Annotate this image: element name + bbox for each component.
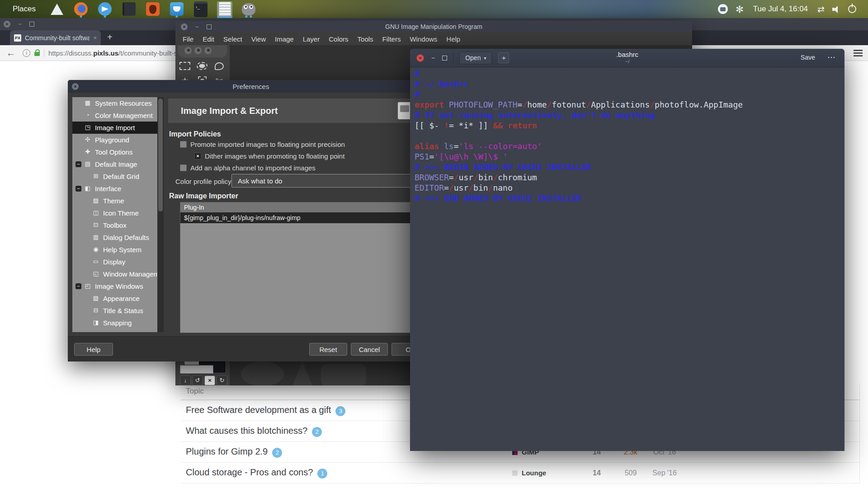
tab-close-icon[interactable]: × [93, 34, 97, 41]
gedit-restore-icon[interactable] [442, 56, 447, 61]
plugin-list-empty-area[interactable] [180, 223, 427, 333]
menu-tools[interactable]: Tools [353, 35, 378, 43]
text-editor-area[interactable]: ## ~/.bashrc#export PHOTOFLOW_PATH=/home… [410, 67, 844, 451]
browser-close-icon[interactable]: × [4, 21, 10, 28]
checkbox[interactable] [180, 164, 187, 171]
sidebar-item-color-management[interactable]: ◔Color Management [72, 109, 157, 122]
open-button[interactable]: Open ▾ [459, 52, 492, 64]
category-badge[interactable]: Lounge [512, 469, 546, 477]
sidebar-item-toolbox[interactable]: ⊡Toolbox [72, 219, 157, 231]
menu-filters[interactable]: Filters [378, 35, 406, 43]
launcher-arch[interactable] [49, 1, 65, 17]
delete-tool-preset-button[interactable]: × [204, 375, 215, 385]
browser-restore-icon[interactable] [29, 22, 34, 27]
topic-title-link[interactable]: Cloud storage - Pros and cons?1 [186, 467, 327, 479]
browser-minimize-icon[interactable]: − [18, 21, 22, 27]
scrollbar-thumb[interactable] [158, 99, 163, 211]
plugin-row-selected[interactable]: ${gimp_plug_in_dir}/plug-ins/nufraw-gimp [180, 212, 427, 223]
unread-badge[interactable]: 3 [335, 406, 345, 416]
launcher-notes[interactable] [121, 1, 137, 17]
topic-title-link[interactable]: Free Software development as a gift3 [186, 405, 345, 416]
menu-icon[interactable] [854, 50, 863, 56]
sidebar-item-default-image[interactable]: −▤Default Image [72, 158, 157, 170]
new-tab-button[interactable]: + [107, 32, 113, 42]
save-tool-preset-button[interactable]: ↓ [180, 375, 191, 385]
power-tray-icon[interactable] [848, 5, 856, 13]
menu-select[interactable]: Select [219, 35, 247, 43]
unread-badge[interactable]: 1 [317, 469, 327, 479]
sidebar-item-icon-theme[interactable]: ◫Icon Theme [72, 207, 157, 219]
tree-collapse-icon[interactable]: − [75, 161, 81, 167]
places-menu[interactable]: Places [13, 5, 36, 14]
browser-tab[interactable]: PX Community-built software × [10, 30, 101, 45]
sidebar-item-tool-options[interactable]: ✚Tool Options [72, 146, 157, 158]
tree-collapse-icon[interactable]: − [75, 283, 81, 289]
checkbox[interactable]: × [194, 153, 201, 160]
cancel-button[interactable]: Cancel [351, 343, 388, 356]
gedit-minimize-icon[interactable]: − [431, 55, 435, 61]
sidebar-item-theme[interactable]: ▨Theme [72, 195, 157, 207]
sidebar-item-image-import[interactable]: ◳Image Import [72, 122, 157, 134]
sidebar-item-title-status[interactable]: ⊟Title & Status [72, 305, 157, 317]
menu-edit[interactable]: Edit [198, 35, 219, 43]
sidebar-item-dialog-defaults[interactable]: ▥Dialog Defaults [72, 231, 157, 244]
sidebar-item-help-system[interactable]: ◉Help System [72, 244, 157, 256]
launcher-filemanager[interactable] [169, 1, 184, 17]
back-icon[interactable]: ← [6, 48, 15, 57]
plugin-column-header[interactable]: Plug-In [180, 202, 427, 212]
sidebar-item-image-windows[interactable]: −◰Image Windows [72, 280, 157, 292]
launcher-firefox[interactable] [73, 1, 89, 17]
restore-tool-preset-button[interactable]: ↺ [192, 375, 203, 385]
menu-file[interactable]: File [178, 35, 198, 43]
menu-help[interactable]: Help [442, 35, 465, 43]
launcher-texteditor[interactable] [217, 1, 232, 17]
sidebar-item-snapping[interactable]: ◨Snapping [72, 317, 157, 329]
tree-collapse-icon[interactable]: − [75, 186, 81, 192]
preferences-sidebar: ▦System Resources◔Color Management◳Image… [72, 97, 157, 332]
sidebar-item-interface[interactable]: −◧Interface [72, 183, 157, 195]
replies-count[interactable]: 14 [585, 469, 608, 477]
last-activity[interactable]: Sep '16 [651, 469, 678, 477]
sidebar-item-appearance[interactable]: ▧Appearance [72, 292, 157, 305]
launcher-terminal[interactable] [193, 1, 208, 17]
title-status-icon: ⊟ [92, 307, 99, 314]
network-tray-icon[interactable]: ⇄ [817, 4, 825, 14]
settings-tray-icon[interactable]: ✻ [736, 5, 744, 14]
menu-image[interactable]: Image [270, 35, 298, 43]
sidebar-item-window-management[interactable]: ◱Window Management [72, 268, 157, 280]
sidebar-item-display[interactable]: ▭Display [72, 256, 157, 268]
rect-select-tool-icon[interactable] [176, 59, 193, 73]
launcher-gimp[interactable] [241, 1, 256, 17]
sidebar-item-system-resources[interactable]: ▦System Resources [72, 97, 157, 109]
sidebar-scrollbar[interactable] [157, 97, 164, 332]
code-line: alias ls='ls --color=auto' [415, 141, 844, 151]
topic-title-link[interactable]: Plugins for Gimp 2.92 [186, 446, 282, 458]
color-profile-policy-select[interactable]: Ask what to do [231, 174, 428, 188]
save-button[interactable]: Save [801, 54, 815, 61]
unread-badge[interactable]: 2 [272, 448, 282, 458]
page-info-icon[interactable]: i [23, 49, 30, 57]
checkbox[interactable] [180, 141, 187, 148]
launcher-rawtherapee[interactable] [145, 1, 160, 17]
topic-title-link[interactable]: What causes this blotchiness?2 [186, 426, 322, 437]
menu-layer[interactable]: Layer [298, 35, 325, 43]
menu-windows[interactable]: Windows [405, 35, 442, 43]
help-button[interactable]: Help [74, 343, 113, 356]
menu-colors[interactable]: Colors [324, 35, 353, 43]
launcher-telegram[interactable] [97, 1, 113, 17]
ellipse-select-tool-icon[interactable] [193, 59, 211, 73]
reset-tool-options-button[interactable]: ↻ [217, 375, 227, 385]
screenshot-tray-icon[interactable] [718, 4, 728, 14]
unread-badge[interactable]: 2 [312, 427, 322, 437]
new-document-button[interactable]: + [498, 52, 509, 63]
clock[interactable]: Tue Jul 4, 16:04 [753, 5, 808, 14]
sidebar-item-playground[interactable]: ✣Playground [72, 134, 157, 146]
volume-tray-icon[interactable] [832, 5, 840, 13]
sidebar-item-default-grid[interactable]: ⊞Default Grid [72, 170, 157, 183]
foreground-color-swatch[interactable] [180, 365, 213, 374]
free-select-tool-icon[interactable] [211, 59, 228, 73]
menu-view[interactable]: View [247, 35, 270, 43]
gedit-menu-icon[interactable]: ⋯ [827, 52, 835, 62]
reset-button[interactable]: Reset [309, 343, 347, 356]
gedit-close-icon[interactable]: × [416, 54, 424, 62]
